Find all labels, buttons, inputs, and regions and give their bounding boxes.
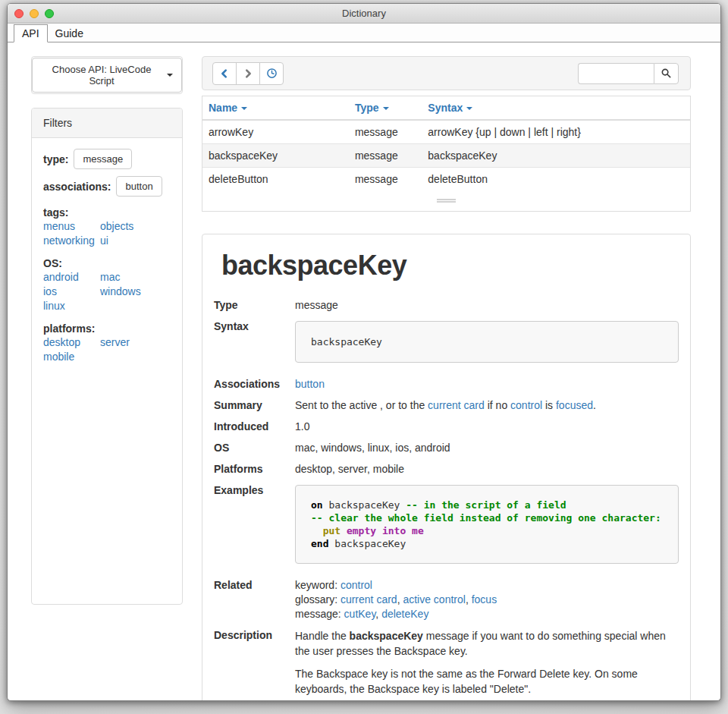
- search-input[interactable]: [578, 63, 654, 84]
- code-line: on backspaceKey -- in the script of a fi…: [311, 499, 663, 511]
- related-link[interactable]: control: [340, 579, 372, 591]
- detail-row-platforms: Platforms desktop, server, mobile: [214, 462, 679, 477]
- tag-link[interactable]: objects: [100, 219, 171, 233]
- forward-icon: [243, 68, 253, 79]
- related-link[interactable]: active control: [403, 593, 465, 605]
- choose-api-label: Choose API: LiveCode Script: [41, 64, 162, 86]
- detail-label-examples: Examples: [214, 483, 287, 571]
- related-line: glossary: current card, active control, …: [295, 593, 679, 607]
- detail-row-related: Related keyword: controlglossary: curren…: [214, 578, 679, 621]
- related-link[interactable]: focus: [472, 593, 497, 605]
- filter-associations-label: associations:: [43, 181, 111, 193]
- search-group: [578, 63, 679, 84]
- tag-link[interactable]: menus: [43, 219, 100, 233]
- filter-associations-button[interactable]: button: [116, 176, 162, 197]
- tags-link-list: menusobjectsnetworkingui: [43, 219, 171, 247]
- titlebar: Dictionary: [8, 4, 720, 24]
- summary-link[interactable]: current card: [428, 399, 485, 411]
- close-button[interactable]: [14, 9, 24, 18]
- minimize-button[interactable]: [30, 9, 39, 18]
- detail-row-associations: Associations button: [214, 377, 679, 392]
- detail-label-associations: Associations: [214, 377, 287, 392]
- filter-tags-section: tags: menusobjectsnetworkingui: [43, 206, 171, 247]
- detail-value-description: Handle the backspaceKey message if you w…: [295, 628, 679, 701]
- table-row[interactable]: backspaceKeymessagebackspaceKey: [202, 144, 690, 168]
- detail-value-introduced: 1.0: [295, 420, 679, 434]
- detail-label-related: Related: [214, 578, 287, 621]
- platform-link[interactable]: mobile: [43, 350, 100, 363]
- detail-row-type: Type message: [214, 298, 679, 313]
- os-link[interactable]: mac: [100, 270, 171, 284]
- filter-os-label: OS:: [43, 257, 171, 269]
- sort-caret-icon: [383, 107, 389, 110]
- sort-header-type[interactable]: Type: [349, 96, 422, 120]
- content: Choose API: LiveCode Script Filters type…: [8, 42, 720, 701]
- detail-label-os: OS: [214, 441, 287, 455]
- main-area: Name Type Syntax arrowKeymessagearrowKey…: [202, 56, 691, 701]
- tab-guide[interactable]: Guide: [48, 25, 91, 42]
- choose-api-dropdown[interactable]: Choose API: LiveCode Script: [32, 58, 182, 93]
- platforms-link-list: desktopservermobile: [43, 335, 171, 363]
- filter-platforms-label: platforms:: [43, 322, 171, 335]
- cell-syntax: backspaceKey: [422, 144, 690, 168]
- detail-label-description: Description: [214, 628, 287, 701]
- cell-type: message: [349, 120, 422, 144]
- results-table-panel: Name Type Syntax arrowKeymessagearrowKey…: [202, 96, 691, 212]
- grip-row: [202, 190, 690, 211]
- cell-type: message: [349, 168, 422, 191]
- platform-link[interactable]: server: [100, 335, 171, 349]
- examples-code-box: on backspaceKey -- in the script of a fi…: [295, 485, 679, 564]
- caret-down-icon: [167, 74, 173, 77]
- detail-panel: backspaceKey Type message Syntax backspa…: [202, 234, 691, 701]
- os-link[interactable]: windows: [100, 285, 171, 298]
- association-link[interactable]: button: [295, 378, 325, 390]
- history-button[interactable]: [259, 62, 284, 85]
- related-link[interactable]: cutKey: [344, 608, 376, 620]
- filters-body: type: message associations: button tags:…: [32, 138, 182, 374]
- cell-name: backspaceKey: [202, 144, 349, 168]
- detail-value-type: message: [295, 298, 679, 313]
- summary-link[interactable]: control: [510, 399, 542, 411]
- code-line: put empty into me: [311, 524, 663, 537]
- filter-type-button[interactable]: message: [74, 149, 132, 169]
- description-paragraph: The Backspace key is not the same as the…: [295, 666, 679, 697]
- detail-row-syntax: Syntax backspaceKey: [214, 319, 679, 370]
- resize-grip[interactable]: [437, 199, 456, 203]
- column-label-name: Name: [209, 102, 237, 114]
- os-link[interactable]: ios: [43, 285, 100, 298]
- platform-link[interactable]: desktop: [43, 335, 100, 349]
- detail-row-summary: Summary Sent to the active , or to the c…: [214, 398, 679, 413]
- table-row[interactable]: deleteButtonmessagedeleteButton: [202, 168, 690, 191]
- detail-label-summary: Summary: [214, 398, 287, 413]
- history-button-group: [212, 62, 284, 85]
- detail-label-type: Type: [214, 298, 287, 313]
- filters-panel: Filters type: message associations: butt…: [31, 108, 183, 605]
- summary-link[interactable]: focused: [556, 399, 593, 411]
- tab-api[interactable]: API: [14, 24, 48, 42]
- table-row[interactable]: arrowKeymessagearrowKey {up | down | lef…: [202, 120, 690, 144]
- os-link[interactable]: android: [43, 270, 100, 284]
- cell-name: arrowKey: [202, 120, 349, 144]
- tag-link[interactable]: networking: [43, 234, 100, 247]
- search-button[interactable]: [654, 63, 679, 84]
- cell-type: message: [349, 144, 422, 168]
- cell-syntax: arrowKey {up | down | left | right}: [422, 120, 690, 144]
- forward-button[interactable]: [236, 62, 260, 85]
- column-label-syntax: Syntax: [428, 102, 463, 114]
- filter-platforms-section: platforms: desktopservermobile: [43, 322, 171, 363]
- history-clock-icon: [266, 68, 278, 79]
- sort-header-name[interactable]: Name: [202, 96, 349, 120]
- os-link[interactable]: linux: [43, 299, 100, 313]
- zoom-button[interactable]: [45, 9, 54, 18]
- detail-row-description: Description Handle the backspaceKey mess…: [214, 628, 679, 701]
- detail-label-introduced: Introduced: [214, 420, 287, 434]
- detail-value-summary: Sent to the active , or to the current c…: [295, 398, 679, 413]
- related-link[interactable]: current card: [340, 593, 397, 605]
- sort-caret-icon: [241, 107, 247, 110]
- related-link[interactable]: deleteKey: [381, 608, 428, 620]
- tag-link[interactable]: ui: [100, 234, 171, 247]
- code-line: end backspaceKey: [311, 537, 663, 550]
- back-button[interactable]: [212, 62, 237, 85]
- related-line: message: cutKey, deleteKey: [295, 607, 679, 621]
- sort-header-syntax[interactable]: Syntax: [422, 96, 690, 120]
